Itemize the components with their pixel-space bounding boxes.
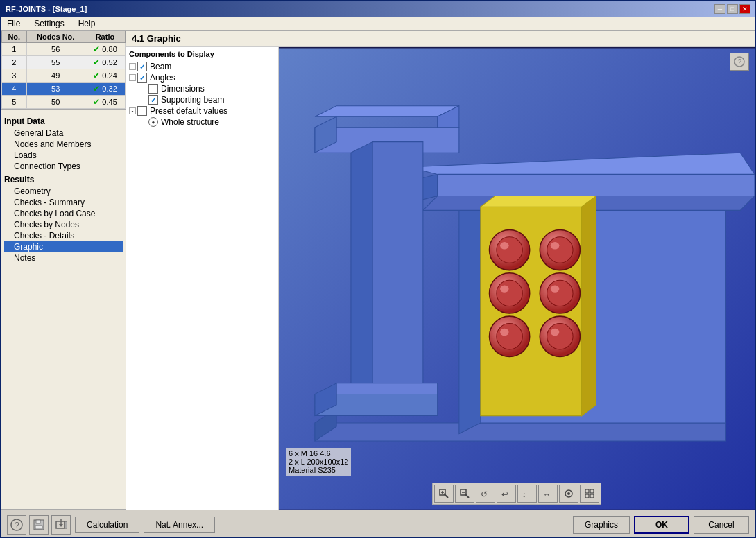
- help-button[interactable]: ?: [7, 515, 26, 535]
- svg-point-28: [547, 237, 573, 263]
- nav-checks-summary[interactable]: Checks - Summary: [4, 197, 123, 208]
- cell-ratio: ✔ 0.45: [85, 96, 125, 109]
- svg-marker-19: [582, 196, 596, 416]
- menu-file[interactable]: File: [4, 18, 23, 29]
- toolbar-btn-2[interactable]: [455, 485, 474, 503]
- tree-item-preset[interactable]: - Preset default values: [129, 105, 275, 116]
- toolbar-btn-8[interactable]: [580, 485, 599, 503]
- graphics-button[interactable]: Graphics: [573, 516, 630, 534]
- maximize-button[interactable]: □: [727, 4, 738, 14]
- menu-bar: File Settings Help: [1, 17, 755, 31]
- components-title: Components to Display: [129, 50, 275, 58]
- nav-checks-load-case[interactable]: Checks by Load Case: [4, 208, 123, 219]
- expand-angles[interactable]: -: [129, 74, 136, 81]
- checkbox-beam[interactable]: [137, 62, 147, 71]
- info-line3: Material S235: [289, 466, 348, 474]
- svg-marker-14: [372, 142, 423, 394]
- col-ratio: Ratio: [85, 31, 125, 43]
- nav-nodes-members[interactable]: Nodes and Members: [4, 139, 123, 150]
- svg-point-38: [551, 285, 559, 292]
- panel-title: 4.1 Graphic: [126, 31, 755, 47]
- expand-preset[interactable]: -: [129, 107, 136, 114]
- table-row[interactable]: 349✔ 0.24: [2, 69, 126, 83]
- nav-notes[interactable]: Notes: [4, 252, 123, 263]
- cell-ratio: ✔ 0.80: [85, 43, 125, 56]
- tree-item-whole-structure[interactable]: Whole structure: [129, 116, 275, 128]
- menu-help[interactable]: Help: [76, 18, 98, 29]
- nav-loads[interactable]: Loads: [4, 150, 123, 161]
- components-panel: Components to Display - Beam - Angles: [126, 47, 279, 510]
- checkbox-dimensions[interactable]: [148, 84, 158, 94]
- cell-nodes: 49: [26, 69, 85, 83]
- cell-no: 4: [2, 83, 27, 96]
- col-no: No.: [2, 31, 27, 43]
- toolbar-btn-5[interactable]: ↕: [517, 485, 537, 503]
- nav-checks-details[interactable]: Checks - Details: [4, 230, 123, 241]
- toolbar-btn-4[interactable]: ↩: [497, 485, 516, 503]
- nav-checks-nodes[interactable]: Checks by Nodes: [4, 219, 123, 230]
- svg-point-35: [500, 285, 508, 292]
- tree-item-beam[interactable]: - Beam: [129, 61, 275, 72]
- nav-tree: Input Data General Data Nodes and Member…: [1, 110, 126, 509]
- svg-line-44: [465, 494, 469, 498]
- toolbar-btn-6[interactable]: ↔: [538, 485, 558, 503]
- cell-ratio: ✔ 0.52: [85, 56, 125, 69]
- save-button[interactable]: [29, 515, 49, 535]
- results-header: Results: [4, 175, 123, 184]
- label-whole-structure: Whole structure: [161, 117, 219, 127]
- calculation-button[interactable]: Calculation: [75, 517, 139, 533]
- cell-ratio: ✔ 0.32: [85, 83, 125, 96]
- bottom-right-buttons: Graphics OK Cancel: [573, 516, 749, 534]
- toolbar-btn-1[interactable]: [434, 485, 454, 503]
- svg-rect-55: [590, 494, 594, 498]
- ok-button[interactable]: OK: [634, 516, 689, 534]
- svg-text:?: ?: [738, 58, 742, 66]
- tree-item-supporting-beam[interactable]: Supporting beam: [129, 94, 275, 105]
- expand-beam[interactable]: -: [129, 63, 136, 70]
- svg-rect-62: [35, 526, 42, 529]
- help-icon-btn[interactable]: ?: [730, 53, 749, 71]
- nav-graphic[interactable]: Graphic: [4, 241, 123, 252]
- svg-text:↔: ↔: [543, 490, 551, 498]
- nat-annex-button[interactable]: Nat. Annex...: [144, 517, 215, 533]
- title-bar: RF-JOINTS - [Stage_1] ─ □ ✕: [1, 1, 755, 17]
- graphic-info: 6 x M 16 4.6 2 x L 200x100x12 Material S…: [286, 448, 351, 476]
- svg-rect-61: [36, 520, 40, 523]
- toolbar-btn-7[interactable]: [559, 485, 578, 503]
- cell-no: 2: [2, 56, 27, 69]
- cell-nodes: 53: [26, 83, 85, 96]
- table-row[interactable]: 255✔ 0.52: [2, 56, 126, 69]
- svg-text:↩: ↩: [501, 489, 508, 499]
- cancel-button[interactable]: Cancel: [694, 516, 749, 534]
- data-table: No. Nodes No. Ratio 156✔ 0.80255✔ 0.5234…: [1, 31, 126, 109]
- svg-point-26: [500, 329, 508, 336]
- checkbox-angles[interactable]: [137, 73, 147, 83]
- export-button[interactable]: [51, 515, 71, 535]
- radio-whole-structure[interactable]: [148, 117, 158, 127]
- svg-text:↺: ↺: [481, 489, 488, 499]
- svg-point-29: [551, 242, 559, 249]
- checkbox-supporting-beam[interactable]: [148, 95, 158, 105]
- minimize-button[interactable]: ─: [714, 4, 725, 14]
- cell-ratio: ✔ 0.24: [85, 69, 125, 83]
- tree-item-angles[interactable]: - Angles: [129, 72, 275, 83]
- table-row[interactable]: 550✔ 0.45: [2, 96, 126, 109]
- nav-connection-types[interactable]: Connection Types: [4, 161, 123, 172]
- svg-marker-20: [481, 196, 596, 207]
- nav-general-data[interactable]: General Data: [4, 128, 123, 139]
- left-panel: No. Nodes No. Ratio 156✔ 0.80255✔ 0.5234…: [1, 31, 126, 509]
- table-row[interactable]: 156✔ 0.80: [2, 43, 126, 56]
- checkbox-preset[interactable]: [137, 106, 147, 116]
- svg-marker-13: [351, 142, 372, 405]
- cell-no: 5: [2, 96, 27, 109]
- close-button[interactable]: ✕: [739, 4, 750, 14]
- cell-nodes: 50: [26, 96, 85, 109]
- tree-item-dimensions[interactable]: Dimensions: [129, 83, 275, 94]
- info-line1: 6 x M 16 4.6: [289, 449, 348, 458]
- menu-settings[interactable]: Settings: [31, 18, 67, 29]
- toolbar-btn-3[interactable]: ↺: [476, 485, 495, 503]
- svg-point-37: [547, 280, 573, 306]
- input-data-header: Input Data: [4, 116, 123, 126]
- nav-geometry[interactable]: Geometry: [4, 186, 123, 197]
- table-row[interactable]: 453✔ 0.32: [2, 83, 126, 96]
